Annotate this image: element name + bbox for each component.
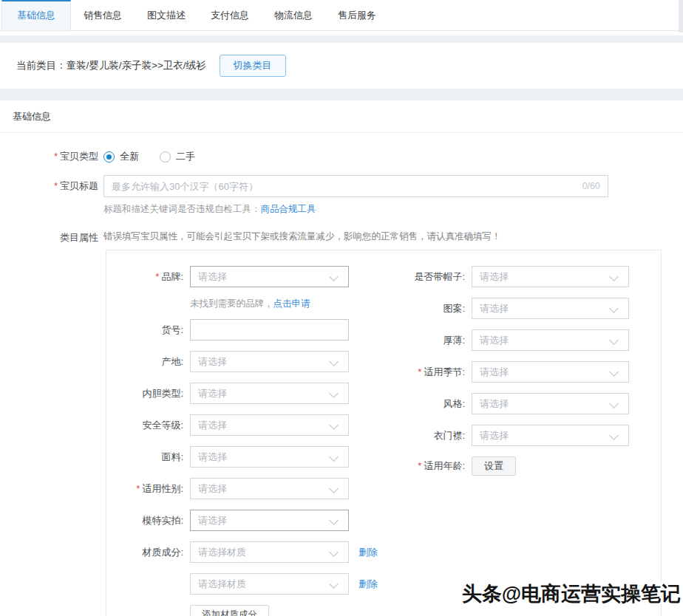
select-value: 请选择 xyxy=(191,387,330,400)
placket-select[interactable]: 请选择 xyxy=(472,425,629,446)
age-range-row: 适用年龄: 设置 xyxy=(317,456,642,476)
category-attrs-row: 类目属性 错误填写宝贝属性，可能会引起宝贝下架或搜索流量减少，影响您的正常销售，… xyxy=(0,231,683,244)
material-select-1[interactable]: 请选择材质 xyxy=(190,541,349,563)
select-value: 请选择 xyxy=(191,355,330,369)
chevron-down-icon xyxy=(611,336,619,344)
radio-selected-icon xyxy=(103,151,115,162)
select-value: 请选择 xyxy=(191,451,330,464)
age-range-label: 适用年龄: xyxy=(317,459,465,473)
select-value: 请选择材质 xyxy=(191,546,330,559)
chevron-down-icon xyxy=(611,304,619,312)
select-value: 请选择材质 xyxy=(191,578,330,591)
select-value: 请选择 xyxy=(191,482,330,496)
delete-material-link-2[interactable]: 删除 xyxy=(359,578,378,591)
thickness-label: 厚薄: xyxy=(317,334,465,347)
origin-label: 产地: xyxy=(106,355,183,369)
season-label: 适用季节: xyxy=(317,366,465,379)
chevron-down-icon xyxy=(611,368,619,376)
model-photo-label: 模特实拍: xyxy=(106,514,183,527)
select-value: 请选择 xyxy=(472,270,611,284)
season-row: 适用季节: 请选择 xyxy=(317,361,642,383)
item-type-options: 全新 二手 xyxy=(103,150,216,163)
category-attrs-label: 类目属性 xyxy=(0,231,98,244)
delete-material-link-1[interactable]: 删除 xyxy=(359,546,378,559)
select-value: 请选择 xyxy=(472,302,611,315)
radio-label: 全新 xyxy=(120,150,139,163)
select-value: 请选择 xyxy=(191,514,330,527)
title-helper-line: 标题和描述关键词是否违规自检工具：商品合规工具 xyxy=(103,203,683,216)
item-type-row: 宝贝类型 全新 二手 xyxy=(0,150,683,163)
item-number-label: 货号: xyxy=(106,324,183,337)
select-value: 请选择 xyxy=(472,429,611,442)
item-title-label: 宝贝标题 xyxy=(0,179,98,193)
placket-row: 衣门襟: 请选择 xyxy=(317,425,642,446)
style-label: 风格: xyxy=(317,397,465,411)
radio-icon xyxy=(160,151,171,162)
liner-type-label: 内胆类型: xyxy=(106,387,183,400)
safety-grade-label: 安全等级: xyxy=(106,419,183,432)
model-photo-row: 模特实拍: 请选择 xyxy=(106,510,661,531)
select-value: 请选择 xyxy=(191,419,330,432)
scrollbar-thumb[interactable] xyxy=(679,0,683,32)
pattern-select[interactable]: 请选择 xyxy=(472,298,629,319)
switch-category-button[interactable]: 切换类目 xyxy=(220,55,286,77)
thickness-select[interactable]: 请选择 xyxy=(472,329,629,351)
set-age-button[interactable]: 设置 xyxy=(472,456,516,476)
chevron-down-icon xyxy=(611,273,619,281)
brand-helper-text: 未找到需要的品牌， xyxy=(190,298,273,309)
tab-bar: 基础信息 销售信息 图文描述 支付信息 物流信息 售后服务 xyxy=(0,0,683,31)
material-row-2: 请选择材质 删除 xyxy=(106,573,661,595)
brand-label: 品牌: xyxy=(106,270,183,284)
material-row-1: 材质成分: 请选择材质 删除 xyxy=(106,541,661,563)
chevron-down-icon xyxy=(330,580,339,588)
current-category-bar: 当前类目：童装/婴儿装/亲子装>>卫衣/绒衫 切换类目 xyxy=(0,43,683,89)
radio-brand-new[interactable]: 全新 xyxy=(103,150,139,163)
radio-second-hand[interactable]: 二手 xyxy=(160,150,195,163)
chevron-down-icon xyxy=(611,400,619,408)
pattern-label: 图案: xyxy=(317,302,465,315)
gender-label: 适用性别: xyxy=(106,482,183,496)
section-title: 基础信息 xyxy=(0,100,683,133)
chevron-down-icon xyxy=(330,516,339,524)
attributes-right-column: 是否带帽子: 请选择 图案: 请选择 厚薄: 请选择 适用季节: 请选择 xyxy=(317,266,642,486)
tab-basic-info[interactable]: 基础信息 xyxy=(1,0,71,30)
divider-band xyxy=(0,35,683,43)
tab-sales-info[interactable]: 销售信息 xyxy=(71,0,135,30)
tab-after-sales[interactable]: 售后服务 xyxy=(325,0,389,30)
hooded-row: 是否带帽子: 请选择 xyxy=(317,266,642,287)
select-value: 请选择 xyxy=(472,397,611,411)
apply-brand-link[interactable]: 点击申请 xyxy=(273,298,310,309)
material-label: 材质成分: xyxy=(106,546,183,559)
current-category-text: 当前类目：童装/婴儿装/亲子装>>卫衣/绒衫 xyxy=(16,59,206,72)
tab-logistics-info[interactable]: 物流信息 xyxy=(262,0,325,30)
char-counter: 0/60 xyxy=(582,181,608,191)
fabric-label: 面料: xyxy=(106,451,183,464)
tab-payment-info[interactable]: 支付信息 xyxy=(198,0,262,30)
item-title-input[interactable] xyxy=(104,176,582,196)
attributes-panel: 品牌: 请选择 未找到需要的品牌，点击申请 货号: 产地: 请选择 内胆类型: … xyxy=(106,250,662,616)
model-photo-select[interactable]: 请选择 xyxy=(190,510,349,531)
select-value: 请选择 xyxy=(191,270,330,284)
season-select[interactable]: 请选择 xyxy=(472,361,629,383)
hooded-select[interactable]: 请选择 xyxy=(472,266,629,287)
select-value: 请选择 xyxy=(472,366,611,379)
compliance-tool-link[interactable]: 商品合规工具 xyxy=(261,204,316,214)
title-helper-text: 标题和描述关键词是否违规自检工具： xyxy=(103,204,261,214)
select-value: 请选择 xyxy=(472,334,611,347)
material-select-2[interactable]: 请选择材质 xyxy=(190,573,349,595)
add-material-button[interactable]: 添加材质成分 xyxy=(190,605,269,616)
chevron-down-icon xyxy=(330,548,339,556)
style-row: 风格: 请选择 xyxy=(317,393,642,414)
pattern-row: 图案: 请选择 xyxy=(317,298,642,319)
item-title-field: 0/60 xyxy=(103,175,608,197)
thickness-row: 厚薄: 请选择 xyxy=(317,329,642,351)
item-title-row: 宝贝标题 0/60 xyxy=(0,175,683,197)
style-select[interactable]: 请选择 xyxy=(472,393,629,414)
tab-description[interactable]: 图文描述 xyxy=(135,0,198,30)
placket-label: 衣门襟: xyxy=(317,429,465,442)
divider-band xyxy=(0,89,683,100)
item-type-label: 宝贝类型 xyxy=(0,150,98,163)
category-attrs-warning: 错误填写宝贝属性，可能会引起宝贝下架或搜索流量减少，影响您的正常销售，请认真准确… xyxy=(103,231,501,242)
radio-label: 二手 xyxy=(176,150,195,163)
hooded-label: 是否带帽子: xyxy=(317,270,465,284)
